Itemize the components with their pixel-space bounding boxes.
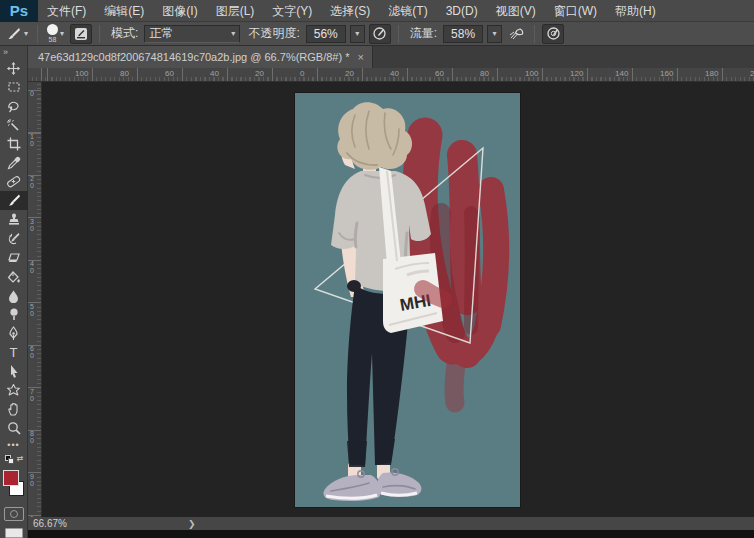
type-tool[interactable]: T <box>0 343 28 362</box>
canvas[interactable]: MHI <box>295 93 520 507</box>
menu-item[interactable]: 图层(L) <box>207 0 264 22</box>
hand-tool[interactable] <box>0 400 28 419</box>
bottom-strip <box>28 530 754 538</box>
ruler-label: 120 <box>570 69 583 78</box>
dodge-tool[interactable] <box>0 305 28 324</box>
separator <box>99 25 100 43</box>
brush-tool[interactable] <box>0 191 28 210</box>
document-tab[interactable]: 47e63d129c0d8f200674814619c70a2b.jpg @ 6… <box>28 46 373 68</box>
tool-options-bar: ▾ 58 ▾ 模式: 正常 ▾ 不透明度: 56% ▾ <box>0 22 754 46</box>
pressure-size-icon <box>546 26 561 41</box>
gradient-tool[interactable] <box>0 267 28 286</box>
marquee-tool[interactable] <box>0 78 28 97</box>
toolbar-collapse-button[interactable]: » <box>0 46 27 59</box>
history-brush-tool[interactable] <box>0 229 28 248</box>
magic-wand-tool[interactable] <box>0 116 28 135</box>
dodge-icon <box>7 307 21 321</box>
status-bar: 66.67% ❯ <box>28 517 754 530</box>
red-overlap-on-bag <box>423 289 443 299</box>
flow-input[interactable]: 58% <box>443 25 483 43</box>
zoom-tool[interactable] <box>0 419 28 438</box>
clone-stamp-tool[interactable] <box>0 210 28 229</box>
chevron-down-icon: ▾ <box>231 29 235 38</box>
eraser-tool[interactable] <box>0 248 28 267</box>
menu-item[interactable]: 3D(D) <box>437 0 487 22</box>
pen-tool[interactable] <box>0 324 28 343</box>
blur-tool[interactable] <box>0 286 28 305</box>
blend-mode-select[interactable]: 正常 ▾ <box>144 25 240 43</box>
menu-item[interactable]: 图像(I) <box>153 0 206 22</box>
screen-mode-button[interactable] <box>5 528 23 538</box>
menu-item[interactable]: 视图(V) <box>487 0 545 22</box>
ruler-label: 0 <box>30 90 34 97</box>
bandage-icon <box>6 174 21 189</box>
edit-toolbar-button[interactable]: ••• <box>0 437 28 453</box>
menu-item[interactable]: 文字(Y) <box>263 0 321 22</box>
move-tool[interactable] <box>0 59 28 78</box>
ruler-label: 0 <box>300 69 304 78</box>
airbrush-button[interactable] <box>506 24 527 44</box>
pressure-size-button[interactable] <box>542 24 564 44</box>
ruler-label: 60 <box>165 69 174 78</box>
menu-item[interactable]: 文件(F) <box>38 0 95 22</box>
stamp-icon <box>7 213 21 227</box>
opacity-input[interactable]: 56% <box>306 25 346 43</box>
menu-item[interactable]: 窗口(W) <box>545 0 606 22</box>
menu-item[interactable]: 选择(S) <box>321 0 379 22</box>
tools-panel: » <box>0 46 28 538</box>
custom-shape-tool[interactable] <box>0 381 28 400</box>
quick-mask-icon <box>10 510 18 518</box>
brush-tip-circle <box>47 24 58 35</box>
flow-label: 流量: <box>410 25 437 42</box>
healing-brush-tool[interactable] <box>0 173 28 192</box>
menu-item[interactable]: 帮助(H) <box>606 0 665 22</box>
horizontal-ruler[interactable]: 10080604020020406080100120140160180200 <box>28 68 754 82</box>
eyedropper-tool[interactable] <box>0 154 28 173</box>
mode-label: 模式: <box>111 25 138 42</box>
menu-item[interactable]: 滤镜(T) <box>379 0 436 22</box>
flow-dropdown-button[interactable]: ▾ <box>487 25 502 43</box>
vertical-ruler[interactable]: 01 02 03 04 05 06 07 08 09 01 0 0 <box>28 82 42 517</box>
ruler-label: 6 0 <box>30 345 34 359</box>
brush-preset-picker[interactable]: 58 ▾ <box>45 24 66 44</box>
ruler-label: 9 0 <box>30 473 34 487</box>
ruler-label: 80 <box>480 69 489 78</box>
swap-colors-icon[interactable]: ⇄ <box>17 454 24 463</box>
brush-icon <box>6 26 22 42</box>
menu-item[interactable]: 编辑(E) <box>95 0 153 22</box>
opacity-dropdown-button[interactable]: ▾ <box>350 25 365 43</box>
default-colors-control[interactable]: ⇄ <box>0 453 28 467</box>
close-icon[interactable]: × <box>357 51 363 63</box>
brush-tool-preset-button[interactable]: ▾ <box>4 24 30 44</box>
ruler-label: 140 <box>615 69 628 78</box>
lasso-icon <box>6 99 21 114</box>
brush-size-value: 58 <box>49 36 57 43</box>
status-chevron-icon[interactable]: ❯ <box>188 519 196 529</box>
photoshop-logo: Ps <box>0 0 38 22</box>
magnifier-icon <box>7 421 21 435</box>
pasteboard: MHI <box>42 82 754 517</box>
toggle-brush-panel-button[interactable] <box>70 24 92 44</box>
ruler-label: 160 <box>660 69 673 78</box>
zoom-level-field[interactable]: 66.67% <box>28 518 163 529</box>
menu-items: 文件(F)编辑(E)图像(I)图层(L)文字(Y)选择(S)滤镜(T)3D(D)… <box>38 0 665 22</box>
default-background-icon <box>8 458 14 464</box>
arrow-cursor-icon <box>8 364 19 379</box>
lasso-tool[interactable] <box>0 97 28 116</box>
brush-preview: 58 <box>47 24 58 43</box>
pressure-opacity-button[interactable] <box>369 24 391 44</box>
quick-mask-button[interactable] <box>4 507 24 521</box>
chevron-down-icon: ▾ <box>60 29 64 38</box>
watch <box>347 280 361 292</box>
ruler-label: 40 <box>210 69 219 78</box>
foreground-color-swatch[interactable] <box>3 470 19 486</box>
separator <box>398 25 399 43</box>
path-selection-tool[interactable] <box>0 362 28 381</box>
ruler-label: 5 0 <box>30 303 34 317</box>
pen-nib-icon <box>7 326 20 341</box>
ruler-label: 2 0 <box>30 175 34 189</box>
crop-icon <box>7 137 21 151</box>
hand-icon <box>7 402 21 416</box>
ruler-label: 1 0 <box>30 133 34 147</box>
crop-tool[interactable] <box>0 135 28 154</box>
